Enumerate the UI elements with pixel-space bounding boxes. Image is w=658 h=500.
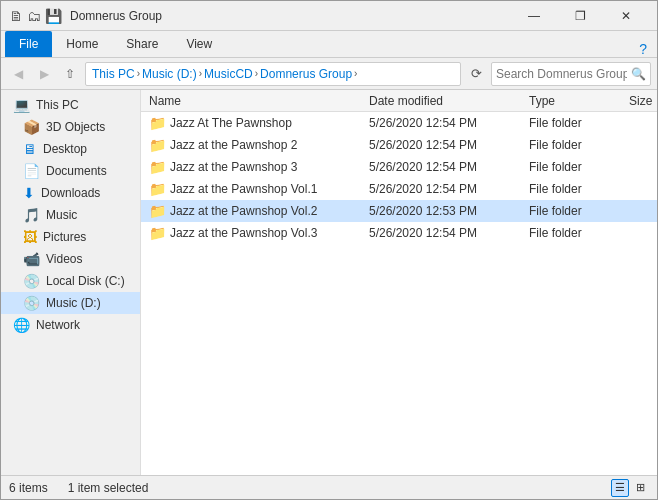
- table-row[interactable]: 📁 Jazz at the Pawnshop Vol.3 5/26/2020 1…: [141, 222, 657, 244]
- table-row[interactable]: 📁 Jazz at the Pawnshop Vol.2 5/26/2020 1…: [141, 200, 657, 222]
- file-date-cell: 5/26/2020 12:54 PM: [369, 182, 529, 196]
- view-toggle[interactable]: ☰ ⊞: [611, 479, 649, 497]
- sidebar-label-desktop: Desktop: [43, 142, 87, 156]
- sidebar-item-local-disk[interactable]: 💿 Local Disk (C:): [1, 270, 140, 292]
- back-button[interactable]: ◀: [7, 63, 29, 85]
- file-date-cell: 5/26/2020 12:54 PM: [369, 160, 529, 174]
- sidebar-item-videos[interactable]: 📹 Videos: [1, 248, 140, 270]
- file-name-cell: 📁 Jazz at the Pawnshop Vol.3: [149, 225, 369, 241]
- title-bar-quick-icons[interactable]: 🗎 🗂 💾: [9, 8, 62, 24]
- sidebar-label-music-d: Music (D:): [46, 296, 101, 310]
- table-row[interactable]: 📁 Jazz At The Pawnshop 5/26/2020 12:54 P…: [141, 112, 657, 134]
- file-name-label: Jazz at the Pawnshop Vol.2: [170, 204, 317, 218]
- address-path-box[interactable]: This PC › Music (D:) › MusicCD › Domneru…: [85, 62, 461, 86]
- file-date-cell: 5/26/2020 12:54 PM: [369, 116, 529, 130]
- tab-file[interactable]: File: [5, 31, 52, 57]
- large-icons-view-button[interactable]: ⊞: [631, 479, 649, 497]
- folder-icon: 📁: [149, 159, 166, 175]
- file-type-cell: File folder: [529, 116, 629, 130]
- breadcrumb-music[interactable]: Music (D:): [142, 67, 197, 81]
- sidebar-item-music-d[interactable]: 💿 Music (D:): [1, 292, 140, 314]
- up-button[interactable]: ⇧: [59, 63, 81, 85]
- file-name-cell: 📁 Jazz at the Pawnshop 2: [149, 137, 369, 153]
- tab-home[interactable]: Home: [52, 31, 112, 57]
- breadcrumb-this-pc[interactable]: This PC: [92, 67, 135, 81]
- videos-icon: 📹: [23, 251, 40, 267]
- maximize-button[interactable]: ❐: [557, 1, 603, 31]
- sidebar-label-pictures: Pictures: [43, 230, 86, 244]
- search-input[interactable]: [496, 67, 627, 81]
- pc-icon: 💻: [13, 97, 30, 113]
- desktop-icon: 🖥: [23, 141, 37, 157]
- selected-count: 1 item selected: [68, 481, 149, 495]
- file-date-cell: 5/26/2020 12:54 PM: [369, 138, 529, 152]
- window-controls[interactable]: — ❐ ✕: [511, 1, 649, 31]
- main-content: 💻 This PC 📦 3D Objects 🖥 Desktop 📄 Docum…: [1, 90, 657, 475]
- tab-view[interactable]: View: [172, 31, 226, 57]
- file-type-cell: File folder: [529, 226, 629, 240]
- help-icon[interactable]: ?: [633, 41, 653, 57]
- network-icon: 🌐: [13, 317, 30, 333]
- file-name-label: Jazz at the Pawnshop Vol.3: [170, 226, 317, 240]
- sidebar-item-pictures[interactable]: 🖼 Pictures: [1, 226, 140, 248]
- col-header-name[interactable]: Name: [149, 94, 369, 108]
- window-title: Domnerus Group: [70, 9, 511, 23]
- tab-share[interactable]: Share: [112, 31, 172, 57]
- minimize-button[interactable]: —: [511, 1, 557, 31]
- sidebar-item-music[interactable]: 🎵 Music: [1, 204, 140, 226]
- folder-icon: 📁: [149, 137, 166, 153]
- details-view-button[interactable]: ☰: [611, 479, 629, 497]
- col-header-size[interactable]: Size: [629, 94, 652, 108]
- col-header-type[interactable]: Type: [529, 94, 629, 108]
- quick-access-icon[interactable]: 🗎: [9, 8, 23, 24]
- file-name-cell: 📁 Jazz at the Pawnshop Vol.2: [149, 203, 369, 219]
- file-name-cell: 📁 Jazz at the Pawnshop Vol.1: [149, 181, 369, 197]
- breadcrumb: This PC › Music (D:) › MusicCD › Domneru…: [92, 67, 357, 81]
- table-row[interactable]: 📁 Jazz at the Pawnshop Vol.1 5/26/2020 1…: [141, 178, 657, 200]
- pictures-icon: 🖼: [23, 229, 37, 245]
- sidebar-item-3d-objects[interactable]: 📦 3D Objects: [1, 116, 140, 138]
- sidebar-label-3d-objects: 3D Objects: [46, 120, 105, 134]
- sidebar-label-local-disk: Local Disk (C:): [46, 274, 125, 288]
- forward-button[interactable]: ▶: [33, 63, 55, 85]
- folder-icon: 📁: [149, 181, 166, 197]
- sidebar-item-documents[interactable]: 📄 Documents: [1, 160, 140, 182]
- folder-icon: 📁: [149, 203, 166, 219]
- downloads-icon: ⬇: [23, 185, 35, 201]
- folder-icon: 📁: [149, 225, 166, 241]
- sidebar-item-network[interactable]: 🌐 Network: [1, 314, 140, 336]
- sidebar: 💻 This PC 📦 3D Objects 🖥 Desktop 📄 Docum…: [1, 90, 141, 475]
- table-row[interactable]: 📁 Jazz at the Pawnshop 3 5/26/2020 12:54…: [141, 156, 657, 178]
- file-name-label: Jazz at the Pawnshop 2: [170, 138, 297, 152]
- file-type-cell: File folder: [529, 138, 629, 152]
- file-list-body: 📁 Jazz At The Pawnshop 5/26/2020 12:54 P…: [141, 112, 657, 475]
- file-list-header: Name Date modified Type Size: [141, 90, 657, 112]
- refresh-button[interactable]: ⟳: [465, 63, 487, 85]
- quick-save-icon[interactable]: 💾: [45, 8, 62, 24]
- file-date-cell: 5/26/2020 12:53 PM: [369, 204, 529, 218]
- title-bar: 🗎 🗂 💾 Domnerus Group — ❐ ✕: [1, 1, 657, 31]
- col-header-date[interactable]: Date modified: [369, 94, 529, 108]
- close-button[interactable]: ✕: [603, 1, 649, 31]
- file-name-cell: 📁 Jazz at the Pawnshop 3: [149, 159, 369, 175]
- file-list: Name Date modified Type Size 📁 Jazz At T…: [141, 90, 657, 475]
- sidebar-item-this-pc[interactable]: 💻 This PC: [1, 94, 140, 116]
- breadcrumb-musiccd[interactable]: MusicCD: [204, 67, 253, 81]
- search-box[interactable]: 🔍: [491, 62, 651, 86]
- status-bar: 6 items 1 item selected ☰ ⊞: [1, 475, 657, 499]
- file-type-cell: File folder: [529, 204, 629, 218]
- breadcrumb-domnerus[interactable]: Domnerus Group: [260, 67, 352, 81]
- quick-folder-icon[interactable]: 🗂: [27, 8, 41, 24]
- file-date-cell: 5/26/2020 12:54 PM: [369, 226, 529, 240]
- music-drive-icon: 💿: [23, 295, 40, 311]
- music-icon: 🎵: [23, 207, 40, 223]
- folder-icon: 📁: [149, 115, 166, 131]
- sidebar-item-downloads[interactable]: ⬇ Downloads: [1, 182, 140, 204]
- file-name-label: Jazz At The Pawnshop: [170, 116, 292, 130]
- address-bar: ◀ ▶ ⇧ This PC › Music (D:) › MusicCD › D…: [1, 58, 657, 90]
- table-row[interactable]: 📁 Jazz at the Pawnshop 2 5/26/2020 12:54…: [141, 134, 657, 156]
- file-name-label: Jazz at the Pawnshop 3: [170, 160, 297, 174]
- sidebar-item-desktop[interactable]: 🖥 Desktop: [1, 138, 140, 160]
- item-count: 6 items: [9, 481, 48, 495]
- search-icon[interactable]: 🔍: [631, 67, 646, 81]
